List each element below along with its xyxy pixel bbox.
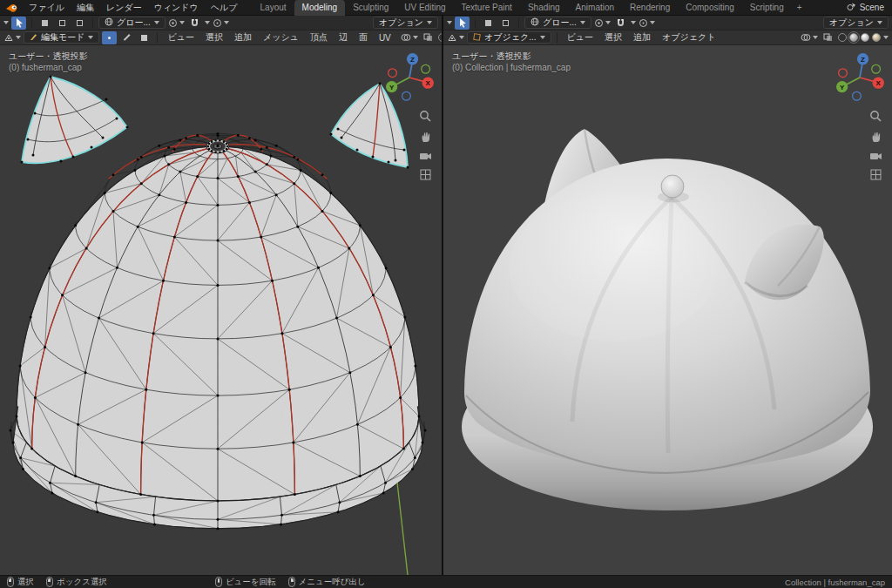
tab-scripting[interactable]: Scripting xyxy=(742,0,792,16)
menu-uv[interactable]: UV xyxy=(375,33,395,43)
options-label: オプション xyxy=(829,17,874,29)
shading-rendered-button[interactable] xyxy=(872,33,881,42)
snap-magnet-button[interactable] xyxy=(187,17,202,30)
zoom-icon[interactable] xyxy=(869,110,882,123)
menu-window[interactable]: ウィンドウ xyxy=(148,0,205,16)
menu-edge[interactable]: 辺 xyxy=(334,31,352,44)
vertex-select-mode-button[interactable] xyxy=(102,31,117,44)
snap-dropdown-caret[interactable] xyxy=(205,21,210,24)
gizmo-neg-x[interactable] xyxy=(389,69,397,78)
snap-dropdown-caret[interactable] xyxy=(631,21,636,24)
tab-uv-editing[interactable]: UV Editing xyxy=(396,0,453,16)
shading-solid-button[interactable] xyxy=(849,33,858,42)
editor-type-button[interactable] xyxy=(3,31,21,44)
editor-type-button[interactable] xyxy=(447,31,464,44)
navigation-gizmo[interactable]: Z X Y xyxy=(382,51,436,105)
pivot-point-dropdown[interactable] xyxy=(168,17,185,30)
select-extend-mode-icon[interactable] xyxy=(498,17,513,30)
pivot-point-dropdown[interactable] xyxy=(594,17,611,30)
blender-logo-icon[interactable] xyxy=(3,2,21,14)
object-viewport-pane: グロー... オプション オブジェク... xyxy=(443,16,892,575)
edge-select-mode-button[interactable] xyxy=(119,31,134,44)
pan-hand-icon[interactable] xyxy=(420,131,432,143)
select-extend-mode-icon[interactable] xyxy=(55,17,70,30)
pan-hand-icon[interactable] xyxy=(870,131,882,143)
select-set-mode-icon[interactable] xyxy=(37,17,52,30)
menu-select[interactable]: 選択 xyxy=(201,31,227,44)
tab-texture-paint[interactable]: Texture Paint xyxy=(454,0,520,16)
snap-magnet-button[interactable] xyxy=(613,17,628,30)
select-set-mode-icon[interactable] xyxy=(481,17,496,30)
object-mesh-svg xyxy=(443,45,892,575)
gizmo-neg-z[interactable] xyxy=(853,91,862,100)
tab-rendering[interactable]: Rendering xyxy=(622,0,678,16)
transform-orientation-dropdown[interactable]: グロー... xyxy=(98,17,166,29)
pane-divider[interactable] xyxy=(442,16,443,575)
add-workspace-button[interactable]: + xyxy=(792,0,808,16)
tab-modeling[interactable]: Modeling xyxy=(294,0,346,16)
scene-selector[interactable]: Scene xyxy=(842,2,889,13)
tab-layout[interactable]: Layout xyxy=(253,0,294,16)
menu-view[interactable]: ビュー xyxy=(563,31,598,44)
workspace-tabs: Layout Modeling Sculpting UV Editing Tex… xyxy=(253,0,808,16)
xray-toggle-button[interactable] xyxy=(821,31,835,44)
menu-select[interactable]: 選択 xyxy=(600,31,626,44)
menu-object[interactable]: オブジェクト xyxy=(658,31,720,44)
menu-vertex[interactable]: 頂点 xyxy=(306,31,332,44)
mode-dropdown[interactable]: 編集モード xyxy=(24,31,99,44)
navigation-gizmo[interactable]: Z X Y xyxy=(833,51,887,105)
zoom-icon[interactable] xyxy=(419,110,432,123)
mouse-middle-icon xyxy=(215,577,222,587)
mode-dropdown[interactable]: オブジェク... xyxy=(467,31,551,44)
edit-viewport-canvas[interactable]: ユーザー・透視投影 (0) fusherman_cap Z X Y xyxy=(0,45,442,575)
tab-animation[interactable]: Animation xyxy=(568,0,622,16)
viewport-overlay-text: ユーザー・透視投影 (0) fusherman_cap xyxy=(9,51,87,73)
chevron-down-icon xyxy=(540,36,545,39)
tool-options-dropdown[interactable]: オプション xyxy=(823,17,889,29)
select-subtract-mode-icon[interactable] xyxy=(72,17,87,30)
ortho-grid-icon[interactable] xyxy=(420,169,431,180)
menu-edit[interactable]: 編集 xyxy=(71,0,100,16)
menu-help[interactable]: ヘルプ xyxy=(205,0,244,16)
camera-view-icon[interactable] xyxy=(419,151,432,161)
menu-add[interactable]: 追加 xyxy=(629,31,655,44)
face-select-mode-button[interactable] xyxy=(137,31,152,44)
proportional-edit-button[interactable] xyxy=(639,17,655,30)
transform-orientation-dropdown[interactable]: グロー... xyxy=(524,17,591,29)
show-overlays-button[interactable] xyxy=(401,31,418,44)
svg-text:X: X xyxy=(876,79,882,87)
menu-file[interactable]: ファイル xyxy=(23,0,71,16)
shading-wireframe-button[interactable] xyxy=(838,33,847,42)
object-viewport-canvas[interactable]: ユーザー・透視投影 (0) Collection | fusherman_cap… xyxy=(443,45,892,575)
proportional-edit-button[interactable] xyxy=(213,17,229,30)
shaded-hat xyxy=(462,129,873,510)
menu-add[interactable]: 追加 xyxy=(230,31,256,44)
tab-sculpting[interactable]: Sculpting xyxy=(345,0,396,16)
select-box-tool-button[interactable] xyxy=(455,17,470,30)
xray-toggle-button[interactable] xyxy=(421,31,436,44)
tool-dropdown-caret[interactable] xyxy=(3,21,9,24)
gizmo-neg-x[interactable] xyxy=(839,69,848,78)
select-box-tool-button[interactable] xyxy=(11,17,26,30)
svg-text:Z: Z xyxy=(410,56,415,64)
shading-dropdown-caret[interactable] xyxy=(883,36,889,39)
gizmo-neg-y[interactable] xyxy=(872,64,881,73)
svg-text:Y: Y xyxy=(840,84,845,91)
tool-options-dropdown[interactable]: オプション xyxy=(373,17,438,29)
menu-view[interactable]: ビュー xyxy=(163,31,198,44)
shading-material-button[interactable] xyxy=(861,33,869,42)
camera-view-icon[interactable] xyxy=(869,151,882,161)
tool-header-left: グロー... オプション xyxy=(0,16,442,30)
gizmo-neg-z[interactable] xyxy=(402,91,411,100)
mode-label: 編集モード xyxy=(41,31,84,44)
tab-shading[interactable]: Shading xyxy=(520,0,568,16)
hint-rotate-view: ビューを回転 xyxy=(215,577,276,588)
menu-face[interactable]: 面 xyxy=(355,31,372,44)
menu-render[interactable]: レンダー xyxy=(100,0,148,16)
tab-compositing[interactable]: Compositing xyxy=(678,0,742,16)
menu-mesh[interactable]: メッシュ xyxy=(259,31,303,44)
gizmo-neg-y[interactable] xyxy=(422,64,430,73)
ortho-grid-icon[interactable] xyxy=(870,169,882,180)
tool-dropdown-caret[interactable] xyxy=(447,21,452,24)
show-overlays-button[interactable] xyxy=(801,31,818,44)
